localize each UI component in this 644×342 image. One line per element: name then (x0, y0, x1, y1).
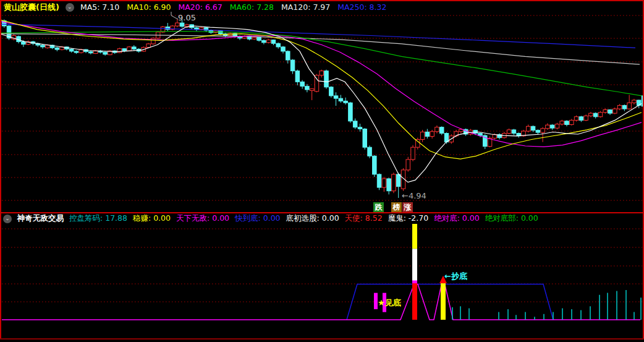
indicator-values: 控盘筹码: 17.88稳赚: 0.00天下无敌: 0.00快到底: 0.00底初… (69, 213, 538, 224)
indicator-value-label: 稳赚: 0.00 (133, 213, 171, 224)
high-price-annotation: 9.05 (178, 13, 196, 22)
ma-label: MA60: 7.28 (230, 2, 274, 12)
window-border-top (0, 0, 644, 1)
ma-label: MA20: 6.67 (178, 2, 222, 12)
ma-label: MA250: 8.32 (337, 2, 386, 12)
indicator-value-label: 底初选股: 0.00 (286, 213, 339, 224)
low-price-annotation: ←4.94 (402, 191, 426, 200)
badge-list: 榜 (391, 202, 402, 212)
bottom-confirmed-signal-label: ★见底 (378, 297, 401, 309)
ma-label: MA10: 6.90 (127, 2, 171, 12)
chevron-down-icon[interactable]: ⌄ (66, 3, 74, 12)
signal-bars-layer (412, 224, 447, 320)
buy-dip-signal-label: ←抄底 (444, 271, 467, 282)
main-title-bar: 黄山胶囊(日线) ⌄ MA5: 7.10MA10: 6.90MA20: 6.67… (4, 2, 386, 12)
indicator-name[interactable]: 神奇无敌交易 (17, 213, 64, 224)
badge-fall: 跌 (373, 202, 384, 212)
ma-label: MA5: 7.10 (80, 2, 119, 12)
chevron-down-icon[interactable]: ⌄ (3, 215, 12, 223)
indicator-value-label: 魔鬼: -2.70 (388, 213, 429, 224)
indicator-gridlines (2, 229, 642, 302)
window-border-left (0, 0, 1, 339)
indicator-value-label: 天使: 8.52 (345, 213, 383, 224)
indicator-value-label: 绝对底部: 0.00 (485, 213, 538, 224)
indicator-value-label: 绝对底: 0.00 (434, 213, 480, 224)
app-window: 黄山胶囊(日线) ⌄ MA5: 7.10MA10: 6.90MA20: 6.67… (0, 0, 644, 342)
ma-values: MA5: 7.10MA10: 6.90MA20: 6.67MA60: 7.28M… (80, 2, 387, 12)
ma-label: MA120: 7.97 (281, 2, 330, 12)
indicator-chart[interactable] (0, 0, 644, 342)
badge-rise: 涨 (402, 202, 413, 212)
indicator-header: ⌄ 神奇无敌交易 控盘筹码: 17.88稳赚: 0.00天下无敌: 0.00快到… (3, 214, 538, 223)
indicator-value-label: 快到底: 0.00 (235, 213, 281, 224)
stock-title[interactable]: 黄山胶囊(日线) (4, 2, 59, 13)
indicator-value-label: 天下无敌: 0.00 (176, 213, 229, 224)
volume-spikes-layer (452, 290, 641, 320)
window-border-bottom (0, 338, 644, 340)
indicator-value-label: 控盘筹码: 17.88 (69, 213, 127, 224)
